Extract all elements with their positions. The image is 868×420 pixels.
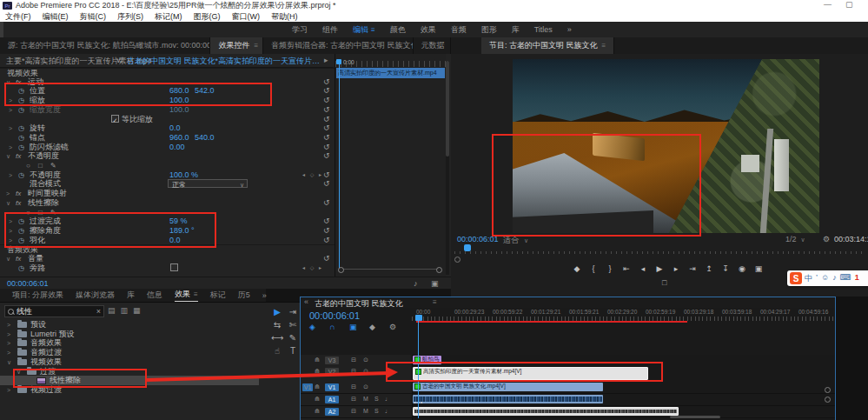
effect-row-锚点[interactable]: ◷锚点960.0540.0↺ bbox=[0, 133, 335, 143]
add-marker-button[interactable]: ◆ bbox=[369, 323, 375, 331]
nest-toggle[interactable]: ◈ bbox=[309, 323, 315, 331]
tab-sequence[interactable]: 古老的中国文明 民族文化 bbox=[315, 298, 403, 310]
lift-button[interactable]: ↥ bbox=[705, 264, 713, 273]
param-value[interactable]: 0.0 bbox=[169, 236, 181, 245]
effects-bin-音频效果[interactable]: >音频效果 bbox=[0, 338, 259, 348]
tab-effect-controls[interactable]: 效果控件≡ bbox=[210, 37, 262, 54]
twirl-icon[interactable]: > bbox=[7, 348, 10, 357]
workspace-tab-音频[interactable]: 音频 bbox=[451, 24, 467, 36]
twirl-icon[interactable]: > bbox=[6, 189, 10, 198]
clip-V1[interactable]: 古老的中国文明 民族文化.mp4[V] bbox=[413, 383, 603, 391]
zoom-handle-left[interactable] bbox=[338, 267, 344, 273]
param-value[interactable]: 542.0 bbox=[195, 86, 215, 96]
effect-row-等比缩放[interactable]: ✓等比缩放↺ bbox=[0, 115, 335, 124]
effects-bin-视频效果[interactable]: ∨视频效果 bbox=[0, 357, 259, 367]
effect-row-不透明度[interactable]: >◷不透明度100.0 %◂ ◇ ▸↺ bbox=[0, 170, 335, 180]
param-value[interactable]: 540.0 bbox=[195, 133, 215, 143]
twirl-icon[interactable]: > bbox=[9, 123, 12, 133]
panel-menu-icon[interactable]: ≡ bbox=[371, 26, 375, 34]
mute-button[interactable]: M bbox=[363, 408, 368, 414]
effects-bin-Lumetri 预设[interactable]: >Lumetri 预设 bbox=[0, 330, 259, 339]
sync-lock-icon[interactable]: ⊟ bbox=[351, 357, 356, 363]
effect-row-缩放宽度[interactable]: >◷缩放宽度100.0↺ bbox=[0, 105, 335, 115]
param-value[interactable]: 100.0 % bbox=[169, 170, 198, 180]
slip-tool[interactable]: ⟷ bbox=[271, 332, 283, 343]
menu-item[interactable]: 标记(M) bbox=[155, 11, 182, 23]
twirl-icon[interactable]: ∨ bbox=[6, 77, 10, 87]
add-marker-button[interactable]: ◆ bbox=[573, 264, 581, 273]
param-value[interactable]: 100.0 bbox=[169, 96, 189, 105]
workspace-tab-图形[interactable]: 图形 bbox=[481, 24, 497, 36]
workspace-tab-颜色[interactable]: 颜色 bbox=[390, 24, 406, 36]
snap-toggle[interactable]: ∩ bbox=[329, 323, 335, 331]
tab-项目: 分屏效果[interactable]: 项目: 分屏效果 bbox=[12, 290, 63, 301]
twirl-icon[interactable]: ∨ bbox=[7, 357, 11, 367]
clip-V3[interactable]: 航拍鸟 bbox=[413, 356, 441, 364]
tab-效果[interactable]: 效果≡ bbox=[175, 289, 198, 302]
chevron-down-icon[interactable]: ∨ bbox=[116, 56, 122, 64]
play-clip-audio-icon[interactable]: ♪ bbox=[414, 279, 418, 288]
effects-bin-音频过渡[interactable]: >音频过渡 bbox=[0, 348, 259, 357]
go-to-in-button[interactable]: ⇤ bbox=[622, 264, 631, 273]
keyframe-clip-name[interactable]: 高清实拍印度的一天宣传片素材.mp4 bbox=[336, 68, 445, 78]
blend-mode-dropdown[interactable]: 正常∨ bbox=[168, 179, 248, 188]
source-patch-V1[interactable]: V1 bbox=[302, 383, 313, 391]
tab-媒体浏览器[interactable]: 媒体浏览器 bbox=[76, 290, 115, 301]
twirl-icon[interactable]: > bbox=[7, 385, 10, 395]
workspace-tab-学习[interactable]: 学习 bbox=[292, 24, 308, 36]
voiceover-mic-icon[interactable]: ♩ bbox=[385, 396, 391, 402]
twirl-icon[interactable]: ∨ bbox=[6, 198, 10, 208]
twirl-icon[interactable]: > bbox=[7, 338, 10, 348]
stopwatch-icon[interactable]: ◷ bbox=[18, 263, 24, 273]
effect-row-mask[interactable]: ○□✎ bbox=[0, 208, 335, 217]
tab-panel[interactable]: 元数据 bbox=[414, 37, 451, 54]
panel-menu-icon[interactable]: ≡ bbox=[602, 42, 606, 50]
twirl-icon[interactable]: > bbox=[9, 170, 12, 180]
hand-tool[interactable]: ☝ bbox=[271, 345, 283, 357]
reset-icon[interactable]: ↺ bbox=[323, 96, 330, 105]
tab-panel[interactable]: 音频剪辑混合器: 古老的中国文明 民族文化 bbox=[263, 37, 414, 54]
stopwatch-icon[interactable]: ◷ bbox=[18, 217, 24, 226]
effect-row-过渡完成[interactable]: >◷过渡完成59 %↺ bbox=[0, 217, 335, 226]
mark-in-button[interactable]: { bbox=[589, 264, 598, 273]
twirl-icon[interactable]: ∨ bbox=[6, 254, 10, 263]
reset-icon[interactable]: ↺ bbox=[323, 170, 330, 180]
pen-mask-icon[interactable]: ✎ bbox=[50, 161, 56, 170]
reset-icon[interactable]: ↺ bbox=[323, 105, 330, 115]
effect-controls-timecode[interactable]: 00:00:06:01 bbox=[7, 279, 49, 288]
stopwatch-icon[interactable]: ◷ bbox=[18, 236, 24, 245]
scrubber-zoom-handle[interactable] bbox=[454, 257, 461, 263]
twirl-icon[interactable]: ∨ bbox=[17, 367, 21, 377]
tab-panel[interactable]: 源: 古老的中国文明 民族文化: 航拍鸟瞰城市.mov: 00:00:00:00 bbox=[0, 37, 210, 54]
effect-row-音量[interactable]: ∨fx音量↺ bbox=[0, 254, 335, 263]
zoom-handle-right[interactable] bbox=[436, 267, 442, 273]
menu-item[interactable]: 序列(S) bbox=[117, 11, 143, 23]
reset-icon[interactable]: ↺ bbox=[323, 151, 330, 161]
timeline-settings-button[interactable]: ⚙ bbox=[389, 323, 396, 331]
panel-collapse-icon[interactable]: « bbox=[304, 297, 308, 306]
effect-row-mask[interactable]: ○□✎ bbox=[0, 161, 335, 170]
workspace-tab-编辑[interactable]: 编辑≡ bbox=[353, 24, 375, 36]
effect-row-线性擦除[interactable]: ∨fx线性擦除↺ bbox=[0, 198, 335, 208]
menu-item[interactable]: 帮助(H) bbox=[271, 11, 298, 23]
twirl-icon[interactable]: ∨ bbox=[6, 151, 10, 161]
twirl-icon[interactable]: > bbox=[9, 105, 12, 115]
timeline-horizontal-scrollbar[interactable] bbox=[670, 416, 720, 418]
stopwatch-icon[interactable]: ◷ bbox=[18, 86, 24, 96]
button-editor-button[interactable]: ▣ bbox=[754, 264, 763, 273]
workspace-overflow-icon[interactable]: » bbox=[567, 25, 572, 34]
tabs-overflow-icon[interactable]: » bbox=[262, 291, 267, 300]
track-target-A1[interactable]: A1 bbox=[325, 396, 339, 403]
twirl-icon[interactable]: > bbox=[7, 330, 10, 339]
keyframe-playhead[interactable] bbox=[336, 59, 341, 64]
stopwatch-icon[interactable]: ◷ bbox=[18, 105, 24, 115]
twirl-icon[interactable]: > bbox=[9, 226, 12, 236]
minimize-button[interactable]: — bbox=[824, 0, 836, 9]
checkbox[interactable]: ✓ bbox=[111, 115, 119, 123]
param-value[interactable]: 0.0 bbox=[169, 123, 181, 133]
panel-menu-icon[interactable]: ≡ bbox=[254, 42, 258, 50]
sogou-item[interactable]: ⌨ bbox=[840, 273, 851, 284]
reset-icon[interactable]: ↺ bbox=[323, 226, 330, 236]
effects-item-线性擦除[interactable]: 线性擦除 bbox=[0, 376, 259, 385]
fit-dropdown[interactable]: 适合∨ bbox=[503, 235, 528, 246]
